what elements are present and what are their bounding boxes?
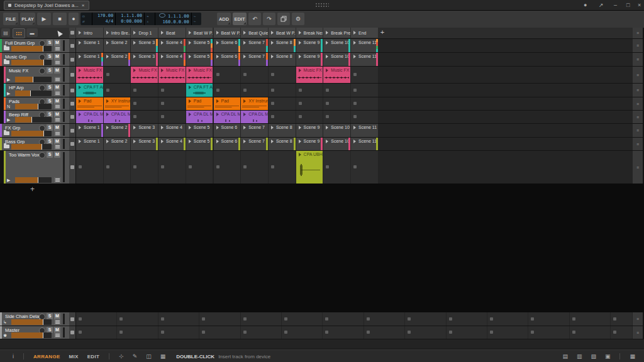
track-header-full-drum-grp[interactable]: Full Drum GrpSM <box>0 39 69 52</box>
view-tab-arrange[interactable]: ARRANGE <box>33 354 60 359</box>
pointer-tool-icon[interactable] <box>53 28 65 37</box>
track-header-master[interactable]: MasterSM♚ <box>0 326 69 339</box>
track-stop-button[interactable] <box>70 58 74 62</box>
scene-cell[interactable]: Scene 9 <box>296 138 323 150</box>
clip-play-icon[interactable] <box>189 41 191 45</box>
piano-keys-icon[interactable]: ▦ <box>630 353 635 359</box>
tab-close-icon[interactable]: × <box>82 3 85 8</box>
empty-clip-slot[interactable] <box>296 111 323 123</box>
track-menu-icon[interactable] <box>54 90 61 96</box>
scene-cell[interactable]: Scene 7 <box>241 138 268 150</box>
settings-gear-icon[interactable]: ⚙ <box>292 13 304 25</box>
clip-play-icon[interactable] <box>216 126 219 129</box>
resize-icon[interactable]: ↗ <box>599 2 604 8</box>
dual-panel-icon[interactable]: ◫ <box>146 353 152 359</box>
record-arm-button[interactable] <box>39 68 45 74</box>
clip-cell[interactable]: Pad <box>76 97 103 110</box>
scene-cell[interactable]: Scene 1 <box>76 138 103 150</box>
clip-play-icon[interactable] <box>243 55 246 58</box>
undo-icon[interactable]: ↶ <box>248 13 261 25</box>
empty-clip-slot[interactable] <box>351 84 378 97</box>
scene-cell[interactable]: Scene 1 <box>76 53 103 66</box>
scene-header-intro[interactable]: Intro <box>76 28 103 38</box>
scene-header-beat[interactable]: Beat <box>158 28 186 38</box>
empty-clip-slot[interactable] <box>214 84 241 97</box>
view-tab-edit[interactable]: EDIT <box>87 354 99 359</box>
empty-clip-slot[interactable] <box>447 326 487 339</box>
volume-slider[interactable] <box>11 60 52 65</box>
empty-clip-slot[interactable] <box>364 312 404 326</box>
scene-cell[interactable]: Scene 3 <box>131 124 158 137</box>
mute-button[interactable]: M <box>54 53 60 60</box>
empty-clip-slot[interactable] <box>570 312 610 326</box>
empty-clip-slot[interactable] <box>405 312 445 326</box>
clip-play-icon[interactable] <box>79 140 81 143</box>
scene-cell[interactable]: Scene 5 <box>186 138 213 150</box>
master-lane-menu-icon[interactable]: ≡ <box>633 84 643 97</box>
clip-play-icon[interactable] <box>299 140 301 143</box>
scene-cell[interactable]: Scene 10 <box>323 138 350 150</box>
volume-slider[interactable] <box>11 144 52 150</box>
volume-slider[interactable] <box>11 319 52 325</box>
clip-play-icon[interactable] <box>299 41 301 45</box>
empty-clip-slot[interactable] <box>487 326 528 339</box>
volume-slider[interactable] <box>11 332 52 338</box>
master-lane-menu-icon[interactable]: ≡ <box>633 28 643 38</box>
empty-clip-slot[interactable] <box>323 111 350 123</box>
mute-button[interactable]: M <box>54 67 60 74</box>
volume-slider[interactable] <box>15 90 52 96</box>
record-arm-button[interactable] <box>39 152 45 158</box>
track-menu-icon[interactable] <box>54 77 61 82</box>
mute-button[interactable]: M <box>54 40 60 46</box>
master-lane-menu-icon[interactable]: ≡ <box>633 138 643 150</box>
scene-cell[interactable]: Scene 3 <box>131 138 158 150</box>
clip-play-icon[interactable] <box>326 41 328 45</box>
metronome-icons[interactable]: ⌁▵ <box>145 13 155 25</box>
empty-clip-slot[interactable] <box>186 151 213 184</box>
empty-clip-slot[interactable] <box>158 84 186 97</box>
clip-cell[interactable]: CPA UBH... <box>296 151 323 184</box>
track-stop-button[interactable] <box>70 44 74 48</box>
empty-clip-slot[interactable] <box>117 312 157 326</box>
solo-button[interactable]: S <box>47 40 53 46</box>
empty-clip-slot[interactable] <box>528 326 569 339</box>
clip-cell[interactable]: CPA DL M... <box>214 111 241 123</box>
scene-cell[interactable]: Scene 1 <box>76 124 103 137</box>
empty-clip-slot[interactable] <box>241 326 281 339</box>
empty-clip-slot[interactable] <box>611 312 632 326</box>
clip-cell[interactable]: CPA FT Ai... <box>76 84 103 97</box>
empty-clip-slot[interactable] <box>199 326 240 339</box>
device-panel-icon[interactable]: ▧ <box>591 353 596 359</box>
scene-cell[interactable]: Scene 7 <box>241 124 268 137</box>
scene-cell[interactable]: Scene 4 <box>158 53 186 66</box>
scene-play-icon[interactable] <box>299 31 301 35</box>
clip-play-icon[interactable] <box>299 153 301 156</box>
track-menu-icon[interactable] <box>54 332 61 338</box>
clip-cell[interactable]: CPA DL M... <box>76 111 103 123</box>
track-stop-button[interactable] <box>70 142 74 146</box>
mute-button[interactable]: M <box>54 84 60 90</box>
solo-button[interactable]: S <box>47 313 53 319</box>
scene-header-beat-quiet[interactable]: Beat Quiet <box>241 28 268 38</box>
clip-play-icon[interactable] <box>161 55 164 58</box>
scene-cell[interactable]: Scene 10 <box>323 124 350 137</box>
record-indicator-icon[interactable]: ● <box>584 2 587 8</box>
grid-panel-icon[interactable]: ▦ <box>160 353 166 359</box>
solo-button[interactable]: S <box>47 151 53 158</box>
copy-icon[interactable] <box>277 13 290 25</box>
empty-clip-slot[interactable] <box>269 151 296 184</box>
empty-clip-slot[interactable] <box>241 312 281 326</box>
scene-cell[interactable]: Scene 5 <box>186 39 213 52</box>
add-track-plus-button[interactable]: + <box>30 185 35 194</box>
clip-play-icon[interactable] <box>243 41 246 45</box>
track-stop-button[interactable] <box>70 115 74 119</box>
track-menu-icon[interactable] <box>54 104 61 109</box>
track-stop-button[interactable] <box>70 89 74 92</box>
clip-play-icon[interactable] <box>299 126 301 129</box>
clip-play-icon[interactable] <box>106 99 109 103</box>
empty-clip-slot[interactable] <box>405 326 445 339</box>
track-stop-button[interactable] <box>70 73 74 77</box>
clip-play-icon[interactable] <box>216 41 219 45</box>
volume-slider[interactable] <box>15 177 52 183</box>
scene-cell[interactable]: Scene 9 <box>296 39 323 52</box>
